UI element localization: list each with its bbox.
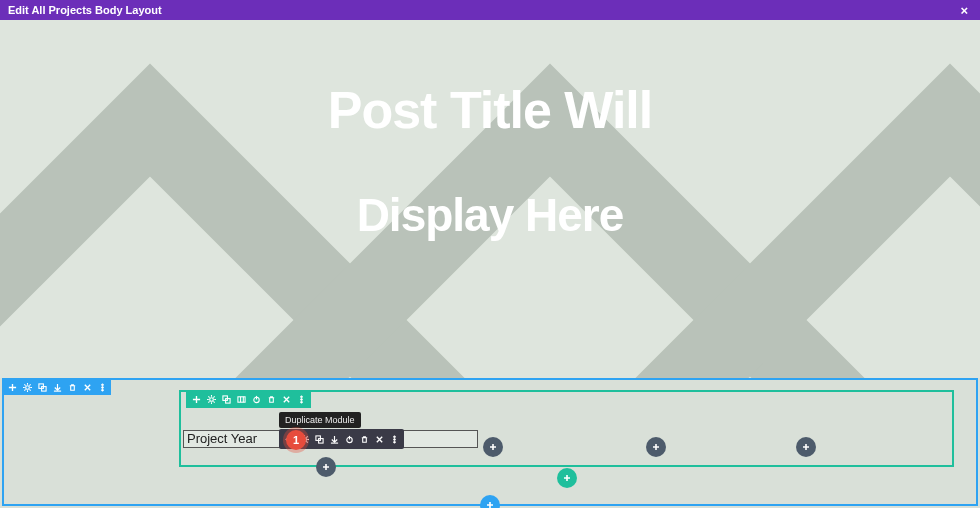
module-power-icon[interactable] bbox=[344, 434, 354, 444]
section-save-icon[interactable] bbox=[52, 382, 62, 392]
row-settings-icon[interactable] bbox=[206, 395, 216, 405]
hero-section: Post Title Will Display Here bbox=[0, 20, 980, 378]
row-duplicate-icon[interactable] bbox=[221, 395, 231, 405]
header-title: Edit All Projects Body Layout bbox=[8, 4, 162, 16]
section-more-icon[interactable] bbox=[97, 382, 107, 392]
section-outline[interactable]: Duplicate Module Project Year bbox=[2, 378, 978, 506]
row-outline[interactable]: Duplicate Module Project Year bbox=[179, 390, 954, 467]
header-bar: Edit All Projects Body Layout × bbox=[0, 0, 980, 20]
row-more-icon[interactable] bbox=[296, 395, 306, 405]
add-module-col3-button[interactable] bbox=[646, 437, 666, 457]
section-duplicate-icon[interactable] bbox=[37, 382, 47, 392]
svg-rect-10 bbox=[237, 397, 244, 402]
hero-title-placeholder: Post Title Will Display Here bbox=[0, 80, 980, 242]
svg-point-1 bbox=[25, 385, 29, 389]
add-section-button[interactable] bbox=[480, 495, 500, 508]
module-save-icon[interactable] bbox=[329, 434, 339, 444]
svg-point-6 bbox=[101, 389, 103, 391]
row-close-icon[interactable] bbox=[281, 395, 291, 405]
hero-line-1: Post Title Will bbox=[0, 80, 980, 140]
section-delete-icon[interactable] bbox=[67, 382, 77, 392]
module-delete-icon[interactable] bbox=[359, 434, 369, 444]
close-button[interactable]: × bbox=[956, 3, 972, 18]
row-power-icon[interactable] bbox=[251, 395, 261, 405]
section-close-icon[interactable] bbox=[82, 382, 92, 392]
add-row-button[interactable] bbox=[557, 468, 577, 488]
svg-point-13 bbox=[300, 399, 302, 401]
add-module-col1-button[interactable] bbox=[316, 457, 336, 477]
row-delete-icon[interactable] bbox=[266, 395, 276, 405]
svg-point-7 bbox=[209, 398, 213, 402]
section-add-icon[interactable] bbox=[7, 382, 17, 392]
row-toolbar bbox=[186, 391, 311, 408]
module-label: Project Year bbox=[187, 431, 257, 446]
svg-point-19 bbox=[393, 435, 395, 437]
section-settings-icon[interactable] bbox=[22, 382, 32, 392]
svg-point-4 bbox=[101, 383, 103, 385]
svg-point-21 bbox=[393, 441, 395, 443]
hero-line-2: Display Here bbox=[0, 188, 980, 242]
svg-point-12 bbox=[300, 396, 302, 398]
section-toolbar bbox=[3, 379, 111, 395]
svg-point-20 bbox=[393, 438, 395, 440]
svg-point-5 bbox=[101, 386, 103, 388]
add-module-col2-button[interactable] bbox=[483, 437, 503, 457]
module-duplicate-icon[interactable] bbox=[314, 434, 324, 444]
tooltip-duplicate-module: Duplicate Module bbox=[279, 412, 361, 428]
row-columns-icon[interactable] bbox=[236, 395, 246, 405]
module-close-icon[interactable] bbox=[374, 434, 384, 444]
module-more-icon[interactable] bbox=[389, 434, 399, 444]
step-badge: 1 bbox=[286, 430, 306, 450]
row-add-icon[interactable] bbox=[191, 395, 201, 405]
add-module-col4-button[interactable] bbox=[796, 437, 816, 457]
svg-point-14 bbox=[300, 401, 302, 403]
